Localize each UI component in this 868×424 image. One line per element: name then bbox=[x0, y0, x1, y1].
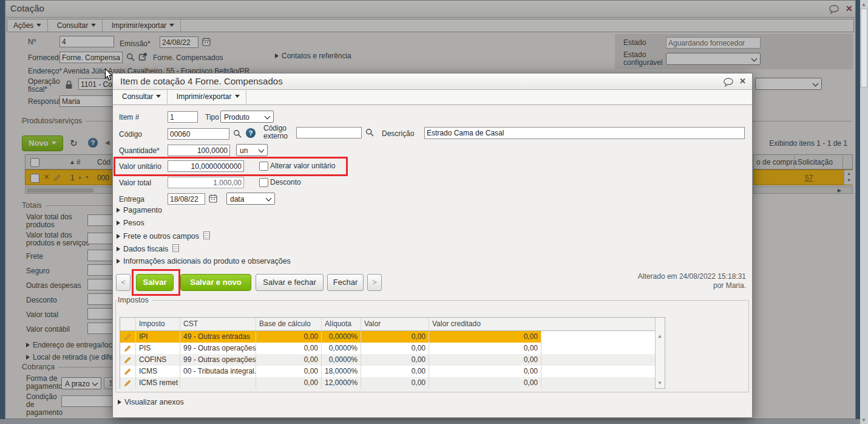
alterado-info: Alterado em 24/08/2022 15:18:31 por Mari… bbox=[576, 272, 746, 290]
edit-pencil-icon[interactable] bbox=[121, 333, 134, 341]
col-base[interactable]: Base de cálculo bbox=[256, 318, 322, 330]
entrega-tipo-select[interactable]: data bbox=[226, 193, 275, 205]
next-item-button[interactable]: > bbox=[367, 274, 382, 291]
col-imposto[interactable]: Imposto bbox=[136, 318, 180, 330]
cell-aliquota: 12,0000% bbox=[322, 377, 361, 389]
chevron-down-icon bbox=[265, 114, 271, 120]
section-frete-label: Frete e outros campos bbox=[123, 232, 199, 241]
scrollbar-thumb[interactable] bbox=[861, 9, 867, 87]
col-valor-creditado[interactable]: Valor creditado bbox=[429, 318, 655, 330]
cell-creditado: 0,00 bbox=[429, 343, 541, 354]
section-frete[interactable]: Frete e outros campos bbox=[117, 231, 210, 241]
cell-creditado: 0,00 bbox=[429, 354, 541, 366]
cell-creditado: 0,00 bbox=[429, 366, 541, 377]
section-pesos-label: Pesos bbox=[123, 219, 144, 227]
codigo-input[interactable] bbox=[168, 128, 229, 140]
desconto-checkbox[interactable] bbox=[259, 178, 268, 187]
edit-pencil-icon[interactable] bbox=[121, 368, 134, 375]
section-pagamento[interactable]: Pagamento bbox=[117, 206, 162, 214]
impostos-scrollbar[interactable]: ▲ ▼ bbox=[655, 318, 665, 388]
edit-pencil-icon[interactable] bbox=[121, 344, 134, 352]
section-pesos[interactable]: Pesos bbox=[117, 219, 144, 227]
entrega-label: Entrega bbox=[119, 196, 144, 203]
cell-valor: 0,00 bbox=[361, 377, 429, 389]
salvar-button[interactable]: Salvar bbox=[136, 274, 174, 291]
cell-aliquota: 18,0000% bbox=[322, 366, 361, 377]
product-info-icon[interactable]: ? bbox=[246, 128, 256, 138]
modal-menubar: Consultar Imprimir/exportar bbox=[113, 90, 752, 105]
section-dados-fiscais[interactable]: Dados fiscais bbox=[117, 244, 179, 253]
cell-aliquota: 0,0000% bbox=[322, 331, 361, 343]
cell-imposto: IPI bbox=[136, 331, 180, 343]
salvar-e-fechar-button[interactable]: Salvar e fechar bbox=[256, 274, 324, 291]
cell-base: 0,00 bbox=[256, 343, 322, 354]
impostos-header: Imposto CST Base de cálculo Alíquota Val… bbox=[120, 318, 655, 331]
modal-menu-imprimir-label: Imprimir/exportar bbox=[177, 92, 232, 101]
impostos-table: Imposto CST Base de cálculo Alíquota Val… bbox=[120, 317, 665, 389]
edit-pencil-icon[interactable] bbox=[121, 379, 134, 387]
calendar-icon[interactable] bbox=[209, 194, 217, 203]
imposto-row-ipi[interactable]: IPI 49 - Outras entradas 0,00 0,0000% 0,… bbox=[120, 331, 655, 343]
cell-aliquota: 0,0000% bbox=[322, 343, 361, 354]
section-pagamento-label: Pagamento bbox=[123, 206, 162, 214]
tipo-label: Tipo bbox=[205, 114, 219, 121]
search-icon[interactable] bbox=[233, 129, 242, 138]
descricao-input[interactable] bbox=[424, 127, 745, 139]
cell-base: 0,00 bbox=[256, 331, 322, 343]
salvar-label: Salvar bbox=[143, 278, 166, 287]
scroll-down-icon[interactable]: ▼ bbox=[861, 417, 866, 423]
cell-imposto: ICMS bbox=[136, 366, 180, 377]
item-input[interactable] bbox=[168, 111, 198, 123]
col-valor[interactable]: Valor bbox=[361, 318, 429, 330]
imposto-row-cofins[interactable]: COFINS 99 - Outras operações 0,00 0,0000… bbox=[120, 354, 655, 366]
cell-imposto: COFINS bbox=[136, 354, 180, 366]
cell-valor: 0,00 bbox=[361, 366, 429, 377]
salvar-e-novo-label: Salvar e novo bbox=[190, 278, 242, 287]
col-cst[interactable]: CST bbox=[180, 318, 256, 330]
scroll-up-icon[interactable]: ▲ bbox=[861, 2, 866, 7]
impostos-legend: Impostos bbox=[118, 296, 152, 304]
codigo-externo-label: Código externo bbox=[263, 125, 295, 140]
next-item-label: > bbox=[372, 278, 377, 287]
imposto-row-icms-remet[interactable]: ICMS remet 0,00 12,0000% 0,00 0,00 bbox=[120, 377, 655, 389]
quantidade-input[interactable] bbox=[168, 145, 230, 156]
section-informacoes[interactable]: Informações adicionais do produto e obse… bbox=[117, 257, 291, 265]
cell-creditado: 0,00 bbox=[429, 331, 541, 343]
modal-title: Item de cotação 4 Forne. Compensados bbox=[120, 76, 283, 86]
cell-cst: 49 - Outras entradas bbox=[180, 331, 256, 343]
tipo-value: Produto bbox=[224, 113, 249, 121]
comment-bubble-icon[interactable] bbox=[723, 78, 734, 87]
modal-menu-consultar-label: Consultar bbox=[122, 92, 153, 101]
cell-base: 0,00 bbox=[256, 366, 322, 377]
imposto-row-icms[interactable]: ICMS 00 - Tributada integral.. 0,00 18,0… bbox=[120, 366, 655, 377]
triangle-right-icon bbox=[117, 234, 120, 239]
cell-valor: 0,00 bbox=[361, 354, 429, 366]
scroll-up-icon[interactable]: ▲ bbox=[657, 333, 662, 339]
triangle-right-icon bbox=[117, 208, 120, 213]
alterado-line2: por Maria. bbox=[576, 281, 746, 290]
alterar-valor-checkbox[interactable] bbox=[259, 162, 268, 171]
visualizar-anexos-link[interactable]: Visualizar anexos bbox=[118, 398, 184, 406]
search-icon[interactable] bbox=[365, 128, 374, 137]
cell-base: 0,00 bbox=[256, 354, 322, 366]
col-aliquota[interactable]: Alíquota bbox=[322, 318, 361, 330]
unidade-value: un bbox=[240, 146, 248, 155]
note-icon bbox=[172, 244, 179, 252]
edit-pencil-icon[interactable] bbox=[121, 356, 134, 364]
chevron-down-icon bbox=[156, 95, 161, 98]
entrega-input[interactable] bbox=[168, 193, 205, 205]
prev-item-button[interactable]: < bbox=[116, 274, 131, 291]
descricao-label: Descrição bbox=[382, 130, 414, 138]
salvar-e-novo-button[interactable]: Salvar e novo bbox=[180, 274, 251, 291]
unidade-select[interactable]: un bbox=[236, 144, 268, 156]
imposto-row-pis[interactable]: PIS 99 - Outras operações 0,00 0,0000% 0… bbox=[120, 343, 655, 354]
modal-menu-imprimir[interactable]: Imprimir/exportar bbox=[171, 90, 246, 104]
tipo-select[interactable]: Produto bbox=[220, 111, 274, 123]
modal-close-icon[interactable]: ✕ bbox=[739, 77, 746, 86]
codigo-externo-input[interactable] bbox=[296, 127, 362, 138]
vertical-scrollbar[interactable]: ▲ ▼ bbox=[860, 0, 868, 424]
scroll-down-icon[interactable]: ▼ bbox=[657, 380, 662, 386]
modal-menu-consultar[interactable]: Consultar bbox=[116, 90, 168, 104]
fechar-button[interactable]: Fechar bbox=[327, 274, 364, 291]
valor-unitario-input[interactable] bbox=[168, 160, 244, 172]
